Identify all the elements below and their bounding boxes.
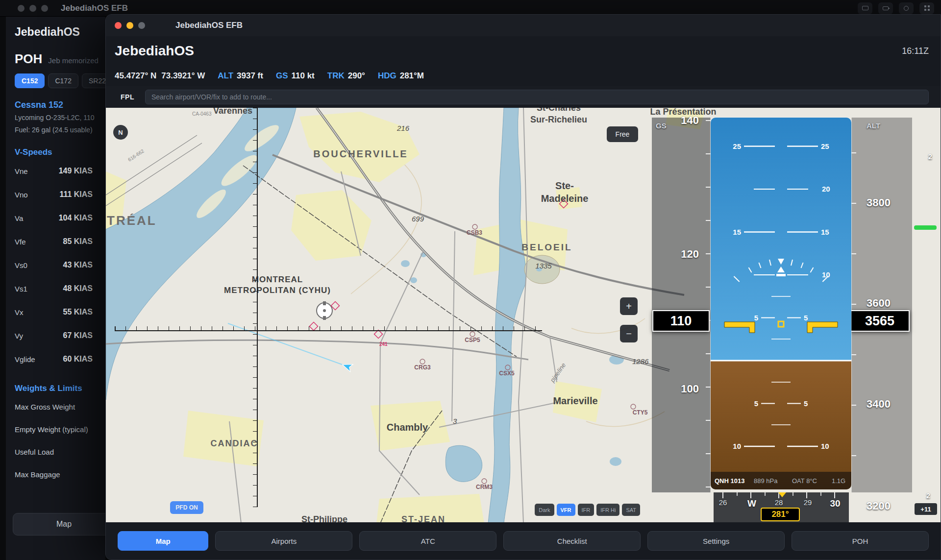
map-label-chambly: Chambly: [387, 422, 428, 433]
map-label-ca0463: CA-0463: [192, 111, 212, 117]
back-window-controls: [18, 5, 48, 12]
minimize-button[interactable]: [29, 5, 36, 12]
display-icon[interactable]: [858, 2, 872, 14]
svg-text:15: 15: [821, 228, 829, 236]
efb-window: JebediahOS EFB JebediahOS 16:11Z 45.4727…: [105, 14, 941, 560]
map-label-montreal-metro-1: MONTREAL: [252, 275, 303, 284]
nav-tab-atc[interactable]: ATC: [359, 531, 496, 551]
app-title: JebediahOS: [115, 43, 194, 59]
minimize-button[interactable]: [126, 22, 133, 29]
efb-window-title: JebediahOS EFB: [175, 21, 243, 30]
map-label-elev-699: 699: [412, 215, 424, 223]
svg-text:5: 5: [754, 399, 758, 408]
vspeed-value: 111 KIAS: [59, 190, 93, 199]
map-label-ste-madeleine-1: Ste-: [555, 180, 574, 191]
zoom-out-button[interactable]: −: [620, 325, 638, 342]
map-label-crg3: CRG3: [414, 364, 431, 371]
map-label-sur-richelieu: Sur-Richelieu: [530, 115, 587, 124]
sidebar-map-button[interactable]: Map: [13, 513, 115, 536]
current-airspeed-box: 110: [652, 310, 710, 332]
vspeed-value: 60 KIAS: [63, 355, 93, 364]
map-style-ifr-hi[interactable]: IFR Hi: [596, 504, 619, 516]
route-search-input[interactable]: [145, 90, 929, 104]
alt-tick-3200: 3200: [867, 500, 891, 512]
bottom-nav: Map Airports ATC Checklist Settings POH: [106, 522, 941, 560]
map-style-ifr[interactable]: IFR: [578, 504, 594, 516]
control-center-icon[interactable]: [919, 2, 934, 14]
map-style-dark[interactable]: Dark: [535, 504, 554, 516]
pfd-toggle-button[interactable]: PFD ON: [170, 501, 203, 514]
gs-label: GS: [276, 71, 288, 81]
zulu-clock: 16:11Z: [902, 46, 929, 56]
map-style-switcher: Dark VFR IFR IFR Hi SAT: [535, 504, 640, 516]
speed-tick-100: 100: [652, 383, 699, 395]
nav-tab-airports[interactable]: Airports: [215, 531, 352, 551]
vspeed-row: Vne149 KIAS: [15, 159, 105, 183]
vsi-trend-bar: [914, 225, 937, 230]
free-pan-button[interactable]: Free: [607, 126, 638, 142]
vspeed-label: Vx: [15, 308, 24, 317]
vspeed-label: Vfe: [15, 238, 26, 246]
close-button[interactable]: [115, 22, 122, 29]
nav-tab-poh[interactable]: POH: [792, 531, 929, 551]
nav-tab-settings[interactable]: Settings: [647, 531, 785, 551]
vspeed-label: Va: [15, 214, 23, 222]
vsi-scale-top: 2: [928, 153, 932, 161]
qnh-value: QNH 1013: [715, 477, 744, 485]
vspeed-value: 104 KIAS: [59, 214, 93, 222]
vspeeds-heading: V-Speeds: [15, 147, 105, 157]
heading-tick-west: W: [747, 498, 756, 509]
map-label-candiac: CANDIAC: [211, 438, 258, 448]
map-label-road-3: 3: [453, 417, 457, 425]
aircraft-tab-c152[interactable]: C152: [15, 73, 45, 88]
map-label-cty5: CTY5: [633, 409, 648, 416]
map-style-vfr[interactable]: VFR: [557, 504, 575, 516]
efb-titlebar[interactable]: JebediahOS EFB: [106, 15, 941, 36]
vspeed-label: Vglide: [15, 355, 35, 364]
map-label-csp5: CSP5: [465, 337, 480, 343]
map-style-sat[interactable]: SAT: [622, 504, 640, 516]
efb-header: JebediahOS 16:11Z: [106, 36, 941, 66]
nav-tab-map[interactable]: Map: [118, 531, 208, 551]
poh-sidebar: JebediahOS POH Jeb memorized C152 C172 S…: [6, 17, 105, 560]
poh-subtitle: Jeb memorized: [48, 56, 99, 65]
vspeed-value: 149 KIAS: [59, 167, 93, 175]
crosshair-horizontal: [115, 330, 542, 331]
zoom-button[interactable]: [41, 5, 48, 12]
gs-value: 110 kt: [292, 71, 315, 81]
weight-row: Empty Weight (typical): [15, 418, 105, 440]
vspeed-value: 67 KIAS: [63, 331, 93, 340]
record-icon[interactable]: [899, 2, 914, 14]
svg-text:25: 25: [821, 142, 829, 150]
heading-ticks-minor: [737, 492, 838, 496]
vspeed-value: 48 KIAS: [63, 284, 93, 293]
map-area: Varennes St-Charles Sur-Richelieu La Pré…: [106, 108, 941, 523]
nav-tab-checklist[interactable]: Checklist: [503, 531, 641, 551]
zoom-button[interactable]: [138, 22, 145, 29]
map-label-boucherville: BOUCHERVILLE: [313, 148, 408, 159]
crosshair-horizontal-ticks: [115, 326, 542, 330]
map-label-beloeil: BELOEIL: [521, 242, 572, 252]
close-button[interactable]: [18, 5, 25, 12]
camera-icon[interactable]: [878, 2, 893, 14]
poh-heading: POH: [15, 51, 42, 67]
current-heading-box: 281°: [761, 508, 800, 521]
weight-label: Max Baggage: [15, 470, 60, 479]
alt-tape-label: ALT: [867, 122, 880, 130]
fpl-label[interactable]: FPL: [121, 93, 134, 101]
trk-value: 290°: [348, 71, 365, 81]
aircraft-name: Cessna 152: [15, 100, 105, 110]
zoom-in-button[interactable]: +: [620, 297, 638, 315]
map-label-varennes: Varennes: [213, 108, 252, 116]
back-window-title: JebediahOS EFB: [61, 3, 128, 13]
longitude-value: 73.3921° W: [161, 71, 205, 81]
trk-label: TRK: [327, 71, 345, 81]
aircraft-tab-c172[interactable]: C172: [48, 73, 78, 88]
sidebar-app-title: JebediahOS: [15, 25, 105, 39]
map-label-csb3: CSB3: [467, 229, 482, 236]
oat-value: OAT 8°C: [792, 477, 817, 485]
vsi-scale-bottom: 2: [926, 492, 930, 500]
vspeed-row: Vs148 KIAS: [15, 277, 105, 300]
compass-north-button[interactable]: N: [113, 125, 128, 140]
hdg-value: 281°M: [400, 71, 424, 81]
